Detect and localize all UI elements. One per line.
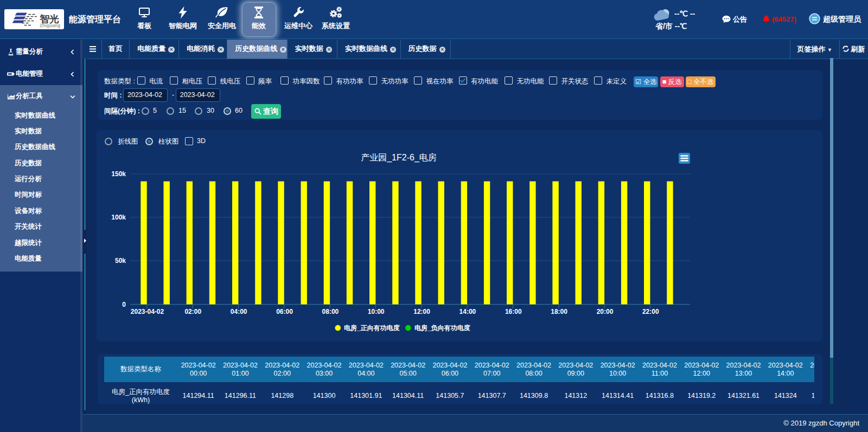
svg-text:产业园_1F2-6_电房: 产业园_1F2-6_电房 — [361, 153, 437, 163]
svg-text:150k: 150k — [111, 170, 126, 178]
svg-text:电房_正向有功电度: 电房_正向有功电度 — [344, 324, 400, 332]
svg-text:100k: 100k — [111, 214, 126, 221]
svg-text:02:00: 02:00 — [184, 308, 201, 315]
svg-text:06:00: 06:00 — [276, 308, 293, 315]
svg-text:18:00: 18:00 — [551, 308, 567, 315]
svg-text:Zhiguang: Zhiguang — [40, 23, 60, 28]
svg-text:2023-04-02: 2023-04-02 — [131, 308, 164, 315]
svg-text:0: 0 — [122, 301, 126, 308]
svg-text:08:00: 08:00 — [322, 308, 339, 315]
svg-text:04:00: 04:00 — [231, 308, 247, 315]
svg-text:电房_负向有功电度: 电房_负向有功电度 — [414, 324, 470, 332]
svg-text:50k: 50k — [115, 257, 126, 265]
svg-text:10:00: 10:00 — [368, 308, 385, 315]
svg-text:16:00: 16:00 — [505, 308, 522, 315]
svg-text:14:00: 14:00 — [459, 308, 476, 315]
svg-text:12:00: 12:00 — [413, 308, 430, 315]
svg-text:20:00: 20:00 — [597, 308, 614, 315]
svg-text:22:00: 22:00 — [642, 308, 659, 315]
